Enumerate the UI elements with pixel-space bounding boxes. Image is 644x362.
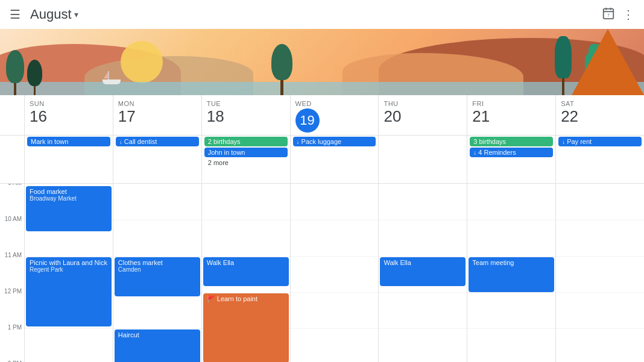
time-slot-12pm: 12 PM [0,292,24,328]
event-food-market[interactable]: Food market Broadway Market [26,186,112,231]
day-name-tue: Tue [207,100,285,107]
day-number-20: 20 [384,108,462,124]
illustration-header [0,29,644,95]
event-john-in-town[interactable]: John in town [204,148,288,157]
allday-cell-sun: Mark in town [24,136,113,183]
download-icon: ↓ [473,149,476,156]
event-pay-rent[interactable]: ↓ Pay rent [558,137,642,146]
time-label-10am: 10 AM [5,216,22,222]
day-name-fri: Fri [472,100,551,107]
month-label: August [30,7,72,22]
time-slot-1pm: 1 PM [0,328,24,362]
event-clothes-market[interactable]: Clothes market Camden [115,257,200,296]
top-bar-right: 7 ⋮ [602,7,634,23]
day-header-tue: Tue 18 [201,95,290,135]
event-walk-ella-tue[interactable]: Walk Ella [203,257,289,286]
hamburger-icon[interactable]: ☰ [10,7,21,22]
allday-cell-wed: ↓ Pack luggage [290,136,379,183]
event-team-meeting[interactable]: Team meeting [469,257,554,292]
event-3-birthdays[interactable]: 3 birthdays [470,137,553,146]
allday-gutter [0,136,24,183]
download-icon: ↓ [119,139,122,145]
allday-cell-tue: 2 birthdays John in town 2 more [201,136,290,183]
allday-cell-thu [378,136,467,183]
day-number-18: 18 [207,108,285,124]
event-2-birthdays[interactable]: 2 birthdays [204,137,288,146]
day-number-17: 17 [118,108,197,124]
time-label-11am: 11 AM [5,252,22,258]
timed-column-tue: Walk Ella 🚩 Learn to paint [201,184,290,362]
download-icon: ↓ [297,139,300,145]
event-pack-luggage[interactable]: ↓ Pack luggage [293,137,376,146]
month-title[interactable]: August ▾ [30,7,78,22]
day-header-fri: Fri 21 [467,95,555,135]
download-icon: ↓ [562,139,565,145]
allday-cell-sat: ↓ Pay rent [555,136,644,183]
time-label-9am: 9 AM [8,184,22,186]
top-bar-left: ☰ August ▾ [10,7,78,22]
day-name-sat: Sat [561,100,639,107]
top-bar: ☰ August ▾ 7 ⋮ [0,0,644,29]
time-slot-9am: 9 AM [0,184,24,220]
day-number-16: 16 [30,108,108,124]
time-labels-column: 9 AM 10 AM 11 AM 12 PM 1 PM 2 PM [0,184,24,362]
timed-column-sun: Food market Broadway Market Picnic with … [24,184,113,362]
more-vert-icon[interactable]: ⋮ [622,7,634,22]
day-name-sun: Sun [30,100,108,107]
event-learn-to-paint[interactable]: 🚩 Learn to paint [203,293,289,362]
allday-cell-mon: ↓ Call dentist [113,136,201,183]
day-name-thu: Thu [384,100,462,107]
svg-text:7: 7 [607,13,610,17]
event-call-dentist[interactable]: ↓ Call dentist [116,137,199,146]
time-label-12pm: 12 PM [4,288,22,295]
day-number-22: 22 [561,108,639,124]
calendar-grid: Sun 16 Mon 17 Tue 18 Wed 19 Thu 20 Fri 2… [0,95,644,362]
timed-column-thu: Walk Ella Flight to Boston London LHR [378,184,467,362]
timed-area: 9 AM 10 AM 11 AM 12 PM 1 PM 2 PM [0,184,644,362]
timed-column-mon: Clothes market Camden Haircut [113,184,201,362]
timed-column-sat [555,184,644,362]
day-header-wed: Wed 19 [290,95,379,135]
day-header-sun: Sun 16 [24,95,113,135]
event-mark-in-town[interactable]: Mark in town [27,137,110,146]
time-gutter-header [0,95,24,135]
more-link-tue[interactable]: 2 more [204,158,288,167]
day-header-mon: Mon 17 [113,95,201,135]
day-header-thu: Thu 20 [378,95,467,135]
time-slot-10am: 10 AM [0,220,24,256]
day-header-sat: Sat 22 [555,95,644,135]
day-number-21: 21 [472,108,551,124]
event-walk-ella-thu[interactable]: Walk Ella [380,257,466,286]
calendar-icon[interactable]: 7 [602,7,615,23]
timed-column-fri: Team meeting [467,184,555,362]
dropdown-icon: ▾ [74,10,78,19]
time-label-1pm: 1 PM [8,324,22,331]
allday-row: Mark in town ↓ Call dentist 2 birthdays … [0,136,644,184]
day-number-19: 19 [295,108,320,133]
allday-cell-fri: 3 birthdays ↓ 4 Reminders [467,136,555,183]
day-name-mon: Mon [118,100,197,107]
time-slot-11am: 11 AM [0,256,24,292]
event-picnic[interactable]: Picnic with Laura and Nick Regent Park [26,257,112,326]
day-headers-row: Sun 16 Mon 17 Tue 18 Wed 19 Thu 20 Fri 2… [0,95,644,136]
event-haircut[interactable]: Haircut [115,329,200,362]
event-4-reminders[interactable]: ↓ 4 Reminders [470,148,553,157]
day-name-wed: Wed [295,100,374,107]
timed-column-wed [290,184,379,362]
